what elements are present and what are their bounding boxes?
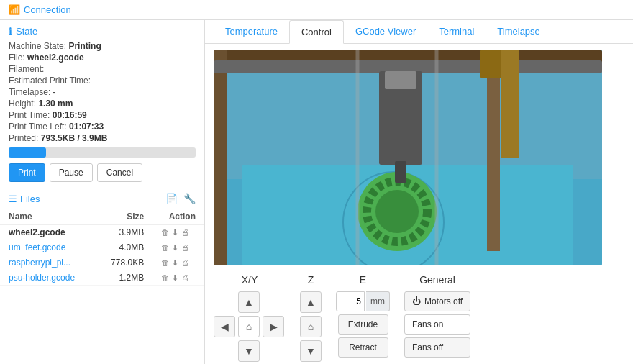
print-file-icon[interactable]: 🖨	[181, 243, 189, 252]
machine-state-row: Machine State: Printing	[9, 41, 196, 51]
col-size: Size	[95, 209, 152, 225]
mm-unit-label: mm	[366, 291, 390, 311]
files-table: Name Size Action wheel2.gcode 3.9MB 🗑 ⬇ …	[0, 209, 204, 286]
file-size: 3.9MB	[95, 225, 152, 240]
tab-gcode-viewer[interactable]: GCode Viewer	[344, 20, 427, 44]
file-action-icons: 🗑 ⬇ 🖨	[161, 273, 196, 283]
file-size: 4.0MB	[95, 240, 152, 255]
webcam-feed	[214, 50, 602, 265]
upload-icon[interactable]: 📄	[165, 193, 178, 204]
table-row: raspberrypi_pl... 778.0KB 🗑 ⬇ 🖨	[0, 255, 204, 270]
connection-label[interactable]: Connection	[24, 4, 71, 15]
fans-off-button[interactable]: Fans off	[404, 337, 470, 358]
y-minus-button[interactable]: ▼	[238, 340, 260, 362]
x-minus-button[interactable]: ◀	[214, 316, 235, 337]
tab-terminal[interactable]: Terminal	[427, 20, 486, 44]
timelapse-row: Timelapse: -	[9, 87, 196, 97]
e-control: mm Extrude Retract	[336, 291, 390, 358]
print-time-row: Print Time: 00:16:59	[9, 110, 196, 120]
delete-icon[interactable]: 🗑	[161, 273, 169, 282]
svg-rect-12	[385, 71, 416, 89]
connection-section: 📶 Connection	[9, 4, 71, 15]
file-action-icons: 🗑 ⬇ 🖨	[161, 258, 196, 268]
delete-icon[interactable]: 🗑	[161, 243, 169, 252]
file-action-icons: 🗑 ⬇ 🖨	[161, 228, 196, 237]
col-action: Action	[152, 209, 204, 225]
print-time-left-row: Print Time Left: 01:07:33	[9, 122, 196, 132]
tab-timelapse[interactable]: Timelapse	[486, 20, 551, 44]
general-control-section: General ⏻ Motors off Fans on Fans off	[404, 274, 470, 358]
tab-control[interactable]: Control	[289, 20, 344, 44]
list-icon: ☰	[9, 194, 17, 204]
y-plus-button[interactable]: ▲	[238, 291, 260, 313]
xy-control-section: X/Y ▲ ◀ ⌂ ▶ ▼	[214, 274, 286, 363]
general-label: General	[419, 274, 455, 286]
z-plus-button[interactable]: ▲	[300, 291, 322, 313]
fans-on-button[interactable]: Fans on	[404, 314, 470, 335]
z-control-section: Z ▲ ⌂ ▼	[300, 274, 322, 362]
file-name[interactable]: raspberrypi_pl...	[9, 258, 70, 268]
action-buttons: Print Pause Cancel	[9, 163, 196, 182]
state-section: ℹ State Machine State: Printing File: wh…	[0, 20, 204, 188]
mm-input[interactable]	[336, 291, 365, 311]
height-row: Height: 1.30 mm	[9, 99, 196, 109]
file-size: 1.2MB	[95, 270, 152, 286]
right-panel: Temperature Control GCode Viewer Termina…	[205, 20, 633, 364]
control-panel: X/Y ▲ ◀ ⌂ ▶ ▼ Z	[205, 268, 633, 364]
home-z-button[interactable]: ⌂	[300, 316, 322, 337]
z-minus-button[interactable]: ▼	[300, 340, 322, 362]
file-row: File: wheel2.gcode	[9, 53, 196, 63]
x-plus-button[interactable]: ▶	[263, 316, 284, 337]
mm-input-row: mm	[336, 291, 390, 311]
print-file-icon[interactable]: 🖨	[181, 258, 189, 267]
pause-button[interactable]: Pause	[50, 163, 93, 182]
print-file-icon[interactable]: 🖨	[181, 228, 189, 237]
webcam-area	[205, 44, 633, 268]
e-label: E	[360, 274, 366, 286]
file-name[interactable]: psu-holder.gcode	[9, 273, 75, 283]
table-row: wheel2.gcode 3.9MB 🗑 ⬇ 🖨	[0, 225, 204, 240]
files-actions: 📄 🔧	[165, 193, 196, 204]
download-icon[interactable]: ⬇	[172, 273, 178, 283]
print-file-icon[interactable]: 🖨	[181, 273, 189, 282]
download-icon[interactable]: ⬇	[172, 228, 178, 237]
file-action-icons: 🗑 ⬇ 🖨	[161, 243, 196, 252]
svg-rect-13	[395, 161, 406, 183]
e-control-section: E mm Extrude Retract	[336, 274, 390, 358]
printer-image-svg	[214, 50, 602, 265]
wrench-icon[interactable]: 🔧	[183, 193, 196, 204]
home-xy-button[interactable]: ⌂	[238, 316, 260, 337]
progress-bar-container	[9, 147, 196, 158]
z-label: Z	[308, 274, 314, 286]
xy-grid: ▲ ◀ ⌂ ▶ ▼	[214, 291, 286, 363]
file-size: 778.0KB	[95, 255, 152, 270]
printed-row: Printed: 793.5KB / 3.9MB	[9, 133, 196, 143]
svg-rect-8	[214, 50, 227, 265]
top-bar: 📶 Connection	[0, 0, 633, 20]
delete-icon[interactable]: 🗑	[161, 228, 169, 237]
tab-temperature[interactable]: Temperature	[214, 20, 289, 44]
retract-button[interactable]: Retract	[338, 337, 388, 358]
power-icon: ⏻	[412, 296, 421, 306]
estimated-print-time-row: Estimated Print Time:	[9, 76, 196, 86]
info-icon: ℹ	[9, 26, 12, 37]
files-header: ☰ Files 📄 🔧	[0, 188, 204, 209]
delete-icon[interactable]: 🗑	[161, 258, 169, 267]
table-row: psu-holder.gcode 1.2MB 🗑 ⬇ 🖨	[0, 270, 204, 286]
z-control: ▲ ⌂ ▼	[300, 291, 322, 362]
motors-off-button[interactable]: ⏻ Motors off	[404, 291, 470, 311]
tab-bar: Temperature Control GCode Viewer Termina…	[205, 20, 633, 44]
state-title: ℹ State	[9, 26, 196, 37]
svg-rect-9	[487, 50, 500, 251]
signal-icon: 📶	[9, 4, 20, 15]
download-icon[interactable]: ⬇	[172, 243, 178, 252]
print-button[interactable]: Print	[9, 163, 45, 182]
extrude-button[interactable]: Extrude	[338, 314, 388, 335]
file-name[interactable]: um_feet.gcode	[9, 242, 65, 252]
download-icon[interactable]: ⬇	[172, 258, 178, 268]
cancel-button[interactable]: Cancel	[97, 163, 142, 182]
files-title: ☰ Files	[9, 194, 40, 204]
filament-row: Filament:	[9, 64, 196, 74]
svg-point-5	[375, 190, 419, 233]
svg-rect-17	[501, 50, 519, 158]
